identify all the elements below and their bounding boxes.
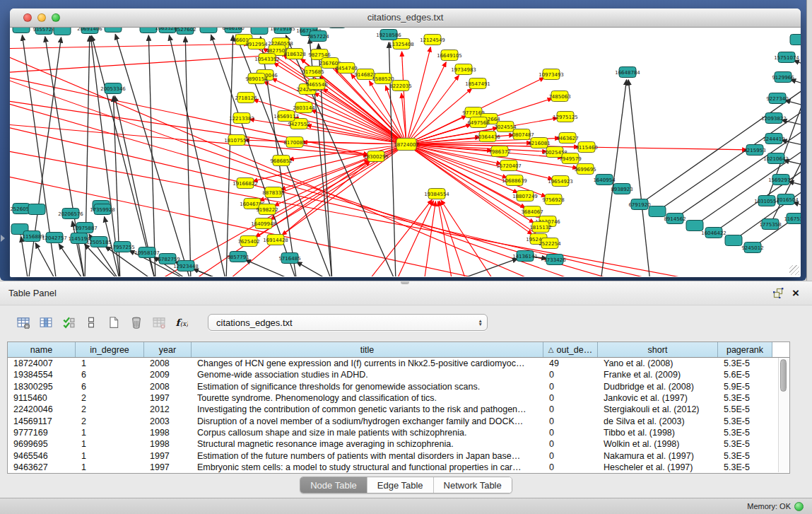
cell-name[interactable]: 18300295 bbox=[8, 382, 76, 392]
cell-year[interactable]: 1997 bbox=[144, 451, 192, 461]
cell-out_de[interactable]: 0 bbox=[543, 404, 598, 414]
network-node[interactable]: 20206576 bbox=[58, 209, 83, 219]
cell-short[interactable]: Dudbridge et al. (2008) bbox=[598, 382, 718, 392]
network-node[interactable]: 7949579 bbox=[559, 153, 581, 164]
network-node[interactable]: 9129966 bbox=[772, 72, 794, 83]
cell-title[interactable]: Disruption of a novel member of a sodium… bbox=[192, 416, 543, 426]
network-edge[interactable] bbox=[628, 80, 650, 276]
zoom-button[interactable] bbox=[52, 13, 60, 22]
cell-short[interactable]: Franke et al. (2009) bbox=[598, 370, 718, 380]
table-row[interactable]: 1938455462009Genome-wide association stu… bbox=[8, 369, 789, 380]
cell-in_degree[interactable]: 2 bbox=[76, 393, 144, 403]
cell-out_de[interactable]: 49 bbox=[543, 358, 598, 368]
cell-title[interactable]: Changes of HCN gene expression and I(f) … bbox=[192, 358, 543, 368]
network-edge[interactable] bbox=[21, 237, 28, 276]
network-edge[interactable] bbox=[440, 201, 466, 276]
network-edge[interactable] bbox=[438, 201, 452, 276]
cell-out_de[interactable]: 0 bbox=[543, 416, 598, 426]
network-node[interactable]: 18547491 bbox=[465, 78, 490, 89]
close-button[interactable] bbox=[23, 13, 32, 22]
cell-year[interactable]: 2008 bbox=[144, 382, 192, 392]
network-node[interactable]: 19734983 bbox=[451, 64, 476, 75]
network-node[interactable]: 10688639 bbox=[502, 175, 527, 186]
network-node[interactable]: 15720407 bbox=[496, 160, 522, 171]
network-node[interactable]: 1733426 bbox=[543, 255, 566, 265]
network-node[interactable]: 10973493 bbox=[539, 69, 564, 80]
network-node[interactable] bbox=[13, 28, 30, 33]
table-row[interactable]: 1872400712008Changes of HCN gene express… bbox=[8, 358, 789, 369]
cell-pagerank[interactable]: 5.3E-5 bbox=[718, 439, 772, 449]
select-columns-icon[interactable] bbox=[59, 313, 78, 332]
network-node[interactable]: 2522254 bbox=[539, 238, 561, 249]
network-node[interactable] bbox=[251, 28, 268, 35]
cell-title[interactable]: Genome-wide association studies in ADHD. bbox=[192, 370, 543, 380]
network-node[interactable]: 10719185 bbox=[270, 28, 295, 34]
network-node[interactable]: 9890154 bbox=[245, 74, 268, 84]
network-node[interactable]: 12093822 bbox=[761, 113, 787, 124]
cell-name[interactable]: 9463627 bbox=[8, 462, 76, 472]
table-row[interactable]: 1830029562008Estimation of significance … bbox=[8, 381, 789, 392]
table-row[interactable]: 2242004622012Investigating the contribut… bbox=[8, 404, 789, 415]
network-node[interactable]: 18724007 bbox=[394, 139, 419, 151]
network-node[interactable]: 9355724 bbox=[33, 28, 55, 35]
network-node[interactable]: 8813054 bbox=[326, 28, 348, 28]
cell-pagerank[interactable]: 5.5E-5 bbox=[718, 404, 772, 414]
cell-year[interactable]: 1998 bbox=[144, 439, 192, 449]
network-edge[interactable] bbox=[790, 79, 801, 86]
network-node[interactable] bbox=[790, 35, 801, 45]
cell-out_de[interactable]: 0 bbox=[543, 439, 598, 449]
network-edge[interactable] bbox=[406, 88, 472, 144]
tab-node-table[interactable]: Node Table bbox=[300, 477, 367, 493]
network-node[interactable]: 7485063 bbox=[548, 91, 570, 102]
network-edge[interactable] bbox=[406, 76, 459, 144]
cell-title[interactable]: Structural magnetic resonance image aver… bbox=[192, 439, 543, 449]
cell-name[interactable]: 19384554 bbox=[8, 370, 76, 380]
cell-short[interactable]: Tibbo et al. (1998) bbox=[598, 428, 718, 438]
window-resize-grip[interactable] bbox=[789, 265, 799, 275]
network-node[interactable]: 1588520 bbox=[372, 74, 394, 84]
function-builder-icon[interactable]: f(x) bbox=[172, 313, 191, 332]
network-node[interactable]: 9756928 bbox=[542, 194, 564, 205]
network-node[interactable]: 16648784 bbox=[615, 67, 640, 78]
network-edge[interactable] bbox=[406, 144, 532, 235]
network-edge[interactable] bbox=[193, 269, 226, 276]
tab-network-table[interactable]: Network Table bbox=[434, 477, 512, 493]
table-row[interactable]: 969969511998Structural magnetic resonanc… bbox=[8, 438, 789, 450]
cell-pagerank[interactable]: 5.3E-5 bbox=[718, 451, 772, 461]
cell-title[interactable]: Embryonic stem cells: a model to study s… bbox=[192, 462, 543, 472]
network-node[interactable]: 1775358 bbox=[759, 219, 781, 230]
network-edge[interactable] bbox=[406, 47, 430, 144]
network-node[interactable]: 9198222 bbox=[256, 204, 278, 215]
cell-pagerank[interactable]: 5.9E-5 bbox=[718, 382, 772, 392]
network-node[interactable]: 9245012 bbox=[741, 243, 763, 253]
network-node[interactable]: 7986372 bbox=[488, 146, 510, 157]
float-window-icon[interactable] bbox=[769, 288, 788, 298]
cell-pagerank[interactable]: 5.3E-5 bbox=[718, 428, 772, 438]
network-node[interactable]: 7625402 bbox=[237, 236, 259, 247]
column-header-name[interactable]: name bbox=[8, 342, 76, 357]
network-node[interactable]: 2803144 bbox=[293, 103, 315, 113]
network-node[interactable]: 9463627 bbox=[556, 133, 578, 144]
cell-short[interactable]: Wolkin et al. (1998) bbox=[598, 439, 718, 449]
network-node[interactable]: 16046422 bbox=[701, 228, 726, 238]
table-row[interactable]: 946554611997Estimation of the future num… bbox=[8, 450, 789, 461]
network-node[interactable]: 9175685 bbox=[302, 66, 324, 77]
network-node[interactable]: 19384554 bbox=[424, 189, 449, 199]
cell-out_de[interactable]: 0 bbox=[543, 462, 598, 472]
network-node[interactable]: 1167530 bbox=[784, 214, 801, 224]
cell-in_degree[interactable]: 1 bbox=[76, 428, 144, 438]
cell-in_degree[interactable]: 1 bbox=[76, 451, 144, 461]
cell-title[interactable]: Estimation of significance thresholds fo… bbox=[192, 382, 543, 392]
network-node[interactable] bbox=[686, 221, 703, 231]
network-edge[interactable] bbox=[226, 35, 233, 276]
cell-name[interactable]: 9465546 bbox=[8, 451, 76, 461]
network-node[interactable]: 19166822 bbox=[233, 178, 258, 189]
cell-short[interactable]: Jankovic et al. (1997) bbox=[598, 393, 718, 403]
table-selector-dropdown[interactable]: citations_edges.txt ▲▼ bbox=[208, 314, 488, 331]
cell-year[interactable]: 2012 bbox=[144, 404, 192, 414]
cell-title[interactable]: Corpus callosum shape and size in male p… bbox=[192, 428, 543, 438]
network-edge[interactable] bbox=[10, 44, 249, 49]
cell-pagerank[interactable]: 5.3E-5 bbox=[718, 416, 772, 426]
network-node[interactable]: 12975125 bbox=[553, 112, 578, 122]
cell-out_de[interactable]: 0 bbox=[543, 393, 598, 403]
